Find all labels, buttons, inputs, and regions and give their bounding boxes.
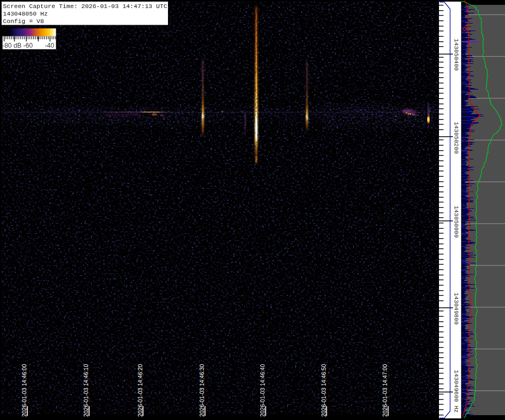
svg-text:2026-01-03 14:46:20: 2026-01-03 14:46:20 <box>137 364 143 417</box>
svg-text:2026-01-03 14:46:10: 2026-01-03 14:46:10 <box>83 364 89 417</box>
svg-text:Config = V8: Config = V8 <box>3 18 45 25</box>
svg-text:2026-01-03 14:46:30: 2026-01-03 14:46:30 <box>199 364 205 417</box>
svg-text:-80 dB -60: -80 dB -60 <box>2 42 33 49</box>
svg-text:-40: -40 <box>45 42 55 49</box>
svg-text:143050000: 143050000 <box>453 206 459 238</box>
svg-text:143050400: 143050400 <box>453 39 459 71</box>
svg-text:2026-01-03 14:46:50: 2026-01-03 14:46:50 <box>320 364 327 417</box>
svg-text:143048050 Hz: 143048050 Hz <box>3 10 48 17</box>
svg-text:2026-01-03 14:46:00: 2026-01-03 14:46:00 <box>21 364 27 417</box>
svg-text:143049800: 143049800 <box>453 292 459 325</box>
svg-text:143050200: 143050200 <box>453 122 459 154</box>
svg-text:Screen Capture Time: 2026-01-0: Screen Capture Time: 2026-01-03 14:47:13… <box>3 3 167 10</box>
svg-text:2026-01-03 14:46:40: 2026-01-03 14:46:40 <box>259 364 266 417</box>
svg-text:2026-01-03 14:47:00: 2026-01-03 14:47:00 <box>382 364 388 417</box>
svg-text:143049600 Hz: 143049600 Hz <box>453 370 459 413</box>
